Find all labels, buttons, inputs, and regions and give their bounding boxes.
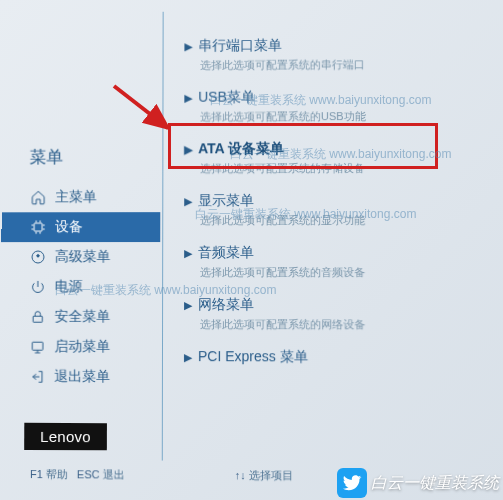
sidebar-item-boot[interactable]: 启动菜单	[1, 332, 160, 362]
sidebar-title: 菜单	[2, 145, 161, 168]
boot-icon	[29, 338, 47, 356]
menu-item-desc: 选择此选项可配置系统的串行端口	[184, 57, 483, 73]
footer-help: F1 帮助 ESC 退出	[30, 467, 125, 483]
menu-item-desc: 选择此选项可配置系统的USB功能	[184, 109, 483, 125]
chevron-right-icon: ▶	[184, 143, 192, 156]
menu-item-label: 音频菜单	[198, 244, 254, 262]
menu-item-desc: 选择此选项可配置系统的音频设备	[184, 265, 484, 280]
menu-item-audio[interactable]: ▶音频菜单 选择此选项可配置系统的音频设备	[170, 238, 494, 290]
promo-text: 白云一键重装系统	[371, 473, 499, 494]
vertical-divider	[162, 12, 164, 461]
chevron-right-icon: ▶	[184, 351, 192, 364]
menu-item-label: 显示菜单	[198, 192, 254, 210]
menu-item-usb[interactable]: ▶USB菜单 选择此选项可配置系统的USB功能	[170, 82, 493, 135]
content-panel: ▶串行端口菜单 选择此选项可配置系统的串行端口 ▶USB菜单 选择此选项可配置系…	[170, 30, 495, 377]
sidebar-item-exit[interactable]: 退出菜单	[1, 362, 160, 392]
chevron-right-icon: ▶	[184, 40, 192, 53]
chevron-right-icon: ▶	[184, 195, 192, 208]
exit-icon	[28, 368, 46, 386]
menu-item-desc: 选择此选项可配置系统的网络设备	[184, 317, 485, 332]
menu-item-desc: 选择此选项可配置系统的显示功能	[184, 213, 484, 228]
twitter-bird-icon	[337, 468, 367, 498]
sidebar-item-label: 主菜单	[55, 188, 97, 206]
menu-item-pcie[interactable]: ▶PCI Express 菜单	[170, 342, 495, 377]
sidebar-item-label: 启动菜单	[54, 338, 110, 356]
home-icon	[29, 188, 47, 206]
chevron-right-icon: ▶	[184, 298, 192, 311]
sidebar-item-label: 高级菜单	[55, 248, 111, 266]
svg-rect-3	[32, 342, 43, 350]
menu-item-label: ATA 设备菜单	[198, 140, 284, 158]
footer-nav: ↑↓ 选择项目	[235, 468, 293, 483]
menu-item-desc: 选择此选项可配置系统的存储设备	[184, 161, 484, 177]
menu-item-label: PCI Express 菜单	[198, 348, 308, 366]
chip-icon	[29, 218, 47, 236]
menu-item-label: 网络菜单	[198, 296, 254, 314]
menu-item-serial[interactable]: ▶串行端口菜单 选择此选项可配置系统的串行端口	[170, 30, 493, 83]
brand-badge: Lenovo	[24, 423, 107, 450]
sidebar-item-power[interactable]: 电源	[1, 272, 160, 302]
sidebar-item-label: 退出菜单	[54, 368, 110, 386]
sidebar-item-main[interactable]: 主菜单	[2, 182, 161, 212]
menu-item-display[interactable]: ▶显示菜单 选择此选项可配置系统的显示功能	[170, 186, 494, 238]
menu-item-network[interactable]: ▶网络菜单 选择此选项可配置系统的网络设备	[170, 290, 495, 343]
sidebar-item-security[interactable]: 安全菜单	[1, 302, 160, 332]
sidebar-item-label: 设备	[55, 218, 83, 236]
chevron-right-icon: ▶	[184, 91, 192, 104]
sidebar-item-devices[interactable]: 设备	[1, 212, 160, 242]
sidebar-item-advanced[interactable]: 高级菜单	[1, 242, 160, 272]
svg-rect-0	[34, 223, 42, 231]
lock-icon	[29, 308, 47, 326]
sidebar-item-label: 安全菜单	[55, 308, 111, 326]
sliders-icon	[29, 248, 47, 266]
power-icon	[29, 278, 47, 296]
menu-item-ata[interactable]: ▶ATA 设备菜单 选择此选项可配置系统的存储设备	[170, 134, 494, 187]
menu-item-label: 串行端口菜单	[198, 37, 282, 55]
sidebar-item-label: 电源	[55, 278, 83, 296]
promo-badge: 白云一键重装系统	[337, 468, 499, 498]
svg-rect-2	[33, 316, 42, 322]
chevron-right-icon: ▶	[184, 247, 192, 260]
menu-item-label: USB菜单	[198, 89, 255, 107]
